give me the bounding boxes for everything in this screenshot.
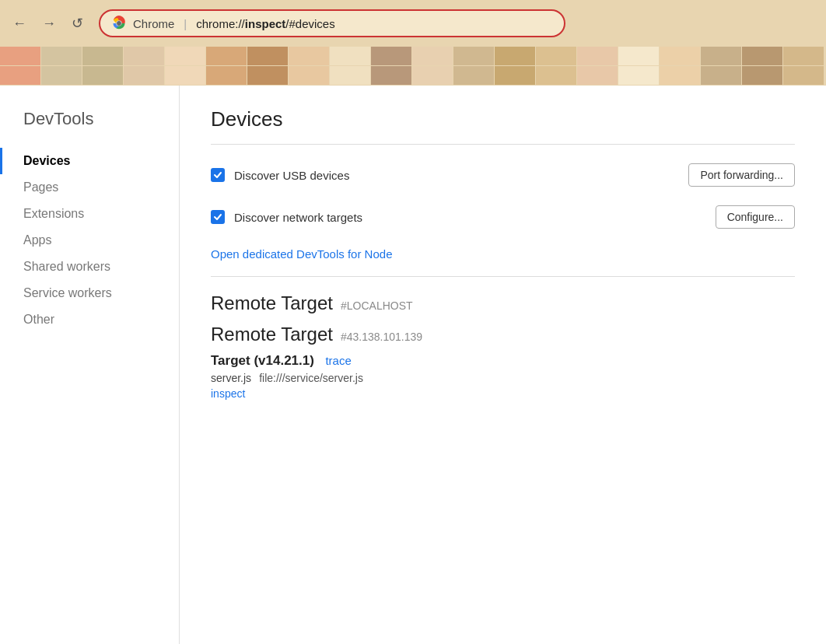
sidebar-item-extensions[interactable]: Extensions: [23, 201, 179, 227]
usb-devices-label: Discover USB devices: [234, 169, 349, 182]
checkmark-icon: [213, 170, 222, 180]
port-forwarding-button[interactable]: Port forwarding...: [688, 163, 795, 187]
chrome-icon: [111, 16, 127, 31]
forward-button[interactable]: →: [39, 12, 59, 35]
nav-buttons: ← → ↺: [9, 12, 86, 35]
network-targets-checkbox[interactable]: [211, 210, 225, 224]
configure-button[interactable]: Configure...: [716, 205, 795, 229]
usb-checkbox-wrapper: Discover USB devices: [211, 168, 657, 182]
remote-target-ip: Remote Target #43.138.101.139 Target (v1…: [211, 324, 795, 401]
address-url: chrome://inspect/#devices: [196, 17, 334, 30]
sidebar-item-shared-workers[interactable]: Shared workers: [23, 254, 179, 280]
devtools-node-link[interactable]: Open dedicated DevTools for Node: [211, 247, 392, 261]
mosaic-band: [0, 47, 826, 86]
browser-toolbar: ← → ↺ Chrome | chrome://inspect/#devices: [0, 0, 826, 47]
remote-target-localhost-heading: Remote Target #LOCALHOST: [211, 292, 795, 314]
page-title: Devices: [211, 107, 795, 131]
address-bar-container: Chrome | chrome://inspect/#devices: [99, 9, 565, 37]
remote-target-ip-title: Remote Target: [211, 324, 333, 345]
network-targets-option-row: Discover network targets Configure...: [211, 205, 795, 229]
address-bar[interactable]: Chrome | chrome://inspect/#devices: [99, 9, 565, 37]
trace-link[interactable]: trace: [325, 354, 351, 367]
svg-point-1: [117, 21, 121, 26]
usb-devices-checkbox[interactable]: [211, 168, 225, 182]
remote-target-localhost-id: #LOCALHOST: [341, 299, 413, 312]
sidebar-nav: Devices Pages Extensions Apps Shared wor…: [23, 148, 179, 333]
main-layout: DevTools Devices Pages Extensions Apps S…: [0, 86, 826, 644]
sidebar-item-pages[interactable]: Pages: [23, 174, 179, 201]
section-divider: [211, 276, 795, 277]
target-file-row: server.js file:///service/server.js: [211, 372, 795, 384]
sidebar-item-devices[interactable]: Devices: [23, 148, 179, 174]
remote-target-localhost: Remote Target #LOCALHOST: [211, 292, 795, 314]
target-version: Target (v14.21.1): [211, 353, 314, 368]
devtools-title: DevTools: [23, 109, 179, 129]
top-divider: [211, 144, 795, 145]
address-divider: |: [184, 17, 187, 30]
inspect-link[interactable]: inspect: [211, 387, 245, 400]
sidebar: DevTools Devices Pages Extensions Apps S…: [0, 86, 179, 644]
reload-button[interactable]: ↺: [68, 12, 86, 35]
remote-target-ip-id: #43.138.101.139: [341, 331, 422, 343]
usb-devices-option-row: Discover USB devices Port forwarding...: [211, 163, 795, 187]
network-checkbox-wrapper: Discover network targets: [211, 210, 684, 224]
sidebar-item-other[interactable]: Other: [23, 306, 179, 333]
target-details: Target (v14.21.1) trace: [211, 353, 795, 369]
target-filename: server.js: [211, 372, 251, 384]
address-brand: Chrome: [133, 17, 174, 30]
sidebar-item-apps[interactable]: Apps: [23, 227, 179, 254]
checkmark-icon-2: [213, 212, 222, 222]
mosaic-canvas: [0, 47, 826, 86]
back-button[interactable]: ←: [9, 12, 30, 35]
target-filepath: file:///service/server.js: [259, 372, 363, 384]
remote-target-localhost-title: Remote Target: [211, 292, 333, 314]
content-area: Devices Discover USB devices Port forwar…: [179, 86, 826, 644]
remote-target-ip-heading: Remote Target #43.138.101.139: [211, 324, 795, 345]
sidebar-item-service-workers[interactable]: Service workers: [23, 280, 179, 306]
network-targets-label: Discover network targets: [234, 211, 362, 224]
